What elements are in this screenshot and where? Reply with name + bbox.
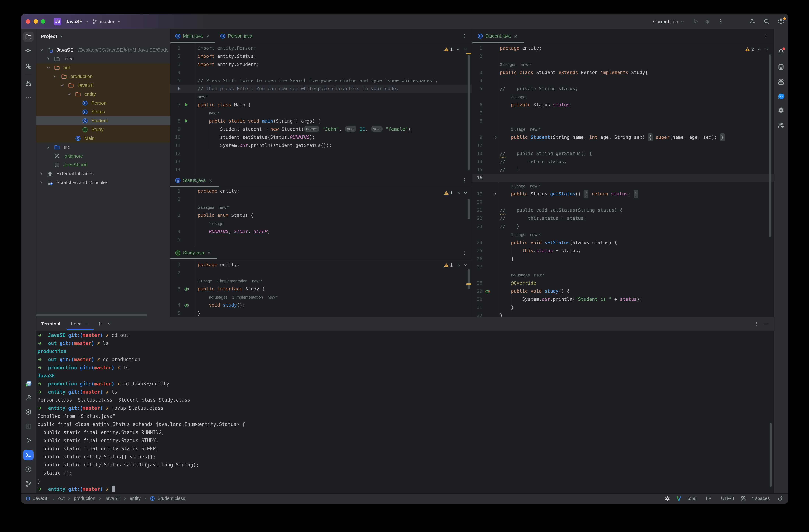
scrollbar-terminal[interactable] [770, 423, 772, 487]
run-gutter-icon[interactable] [184, 118, 189, 123]
minimize-button[interactable] [33, 19, 38, 23]
more-tool-button[interactable] [23, 93, 34, 103]
impl-up-icon[interactable] [485, 289, 490, 294]
plugin-mascot-tool-button[interactable] [23, 378, 34, 389]
run-button[interactable] [691, 17, 700, 26]
tab-main-java[interactable]: CMain.java [170, 29, 215, 44]
tab-bar-menu[interactable] [462, 250, 467, 256]
terminal-hide-button[interactable] [762, 320, 769, 327]
zoom-button[interactable] [41, 19, 46, 23]
brackets-plugin-tool-button[interactable] [23, 421, 34, 431]
tab-status-java[interactable]: EStatus.java [170, 174, 220, 187]
settings-button[interactable] [776, 17, 786, 26]
inspections-widget[interactable]: 1 [444, 261, 468, 269]
tree-item-javaseiml[interactable]: JavaSE.iml [36, 160, 170, 169]
tree-item-production[interactable]: production [36, 72, 170, 81]
tree-item-src[interactable]: src [36, 143, 170, 152]
readonly-status-icon[interactable] [778, 496, 783, 501]
problems-tool-button[interactable] [23, 464, 34, 475]
editor-group-study[interactable]: IStudy.java1package entity;21 usage 1 im… [170, 246, 472, 317]
run-gutter-icon[interactable] [184, 102, 189, 107]
impl-down-icon[interactable] [184, 286, 190, 292]
tree-item-idea[interactable]: .idea [36, 54, 170, 63]
tab-close-icon[interactable] [513, 34, 518, 38]
commit-tool-button[interactable] [23, 45, 34, 56]
tab-study-java[interactable]: IStudy.java [170, 246, 217, 259]
prev-warning-icon[interactable] [455, 190, 461, 195]
terminal-new-tab-button[interactable] [96, 320, 103, 327]
scrollbar-student[interactable] [769, 54, 771, 237]
code-with-me-tool-button[interactable] [776, 120, 786, 130]
version-control-tool-button[interactable] [23, 479, 34, 489]
tree-item-javase[interactable]: JavaSE ~/Desktop/CS/JavaSE基础/1 Java SE/C… [36, 46, 170, 54]
editor-group-status[interactable]: EStatus.java1package entity;25 usages ne… [170, 174, 472, 246]
tab-person-java[interactable]: CPerson.java [215, 29, 257, 44]
breadcrumb-item[interactable]: JavaSE [105, 496, 120, 501]
tab-student-java[interactable]: CStudent.java [472, 29, 524, 44]
scrollbar-study[interactable] [468, 269, 470, 289]
tree-item-gitignore[interactable]: .gitignore [36, 152, 170, 160]
scrollbar-main[interactable] [468, 55, 470, 170]
project-hscrollbar[interactable] [36, 314, 147, 316]
more-actions-button[interactable] [716, 17, 725, 26]
tab-bar-menu[interactable] [462, 33, 467, 39]
next-warning-icon[interactable] [764, 47, 769, 52]
terminal-tab-local[interactable]: Local [71, 317, 90, 331]
prev-warning-icon[interactable] [455, 262, 461, 268]
tree-item-study[interactable]: IStudy [36, 125, 170, 134]
breadcrumb-item[interactable]: Student.class [158, 496, 185, 501]
search-everywhere-button[interactable] [762, 17, 771, 26]
branch-widget[interactable]: master [92, 14, 121, 29]
close-button[interactable] [26, 19, 30, 23]
terminal-options-button[interactable] [752, 320, 760, 327]
terminal-tab-close-icon[interactable] [85, 322, 90, 326]
v-plugin-status-icon[interactable] [676, 496, 682, 501]
ai-assistant-tool-button[interactable] [776, 77, 786, 87]
tab-bar-menu[interactable] [763, 33, 769, 39]
terminal-tool-button[interactable] [23, 450, 34, 460]
openai-tool-button[interactable] [776, 105, 786, 115]
run-tool-button[interactable] [23, 435, 34, 445]
terminal-panel[interactable]: TerminalLocal JavaSE git:(master) ✗ cd o… [36, 317, 773, 493]
tab-close-icon[interactable] [207, 250, 211, 255]
next-warning-icon[interactable] [463, 47, 468, 52]
run-config-selector[interactable]: Current File [653, 19, 685, 24]
tree-item-person[interactable]: CPerson [36, 99, 170, 107]
editor-group-main[interactable]: CMain.javaCPerson.java1import entity.Per… [170, 29, 472, 174]
splitter-project-editor[interactable] [170, 29, 171, 317]
splitter-editors[interactable] [472, 29, 472, 317]
project-widget[interactable]: JavaSE [66, 14, 89, 29]
tree-item-main[interactable]: CMain [36, 134, 170, 143]
inspections-widget[interactable]: 1 [444, 46, 468, 53]
notifications-tool-button[interactable] [776, 47, 786, 57]
breadcrumb-item[interactable]: out [58, 496, 65, 501]
tab-close-icon[interactable] [205, 34, 210, 38]
debug-button[interactable] [702, 17, 712, 26]
editor-group-student[interactable]: CStudent.java1package entity;23 usages n… [472, 29, 773, 317]
services-tool-button[interactable] [23, 407, 34, 417]
pull-requests-tool-button[interactable]: ? [23, 61, 34, 71]
tree-item-entity[interactable]: entity [36, 90, 170, 99]
tree-item-scratchesandconsoles[interactable]: Scratches and Consoles [36, 178, 170, 187]
prev-warning-icon[interactable] [455, 47, 461, 52]
indent-widget[interactable]: 4 spaces [751, 496, 770, 501]
breadcrumb-item[interactable]: production [74, 496, 96, 501]
next-warning-icon[interactable] [463, 262, 468, 268]
prev-warning-icon[interactable] [757, 47, 762, 52]
impl-down-icon[interactable] [184, 303, 190, 308]
tab-close-icon[interactable] [208, 178, 213, 183]
tree-item-student[interactable]: CStudent [36, 116, 170, 125]
breadcrumb-item[interactable]: JavaSE [33, 496, 49, 501]
terminal-tab-dropdown[interactable] [106, 320, 113, 327]
tree-item-out[interactable]: out [36, 63, 170, 72]
tree-item-javase[interactable]: JavaSE [36, 81, 170, 90]
fold-icon[interactable] [493, 191, 498, 197]
inspections-widget[interactable]: 2 [745, 46, 769, 53]
project-panel-header[interactable]: Project [36, 29, 170, 44]
tree-item-externallibraries[interactable]: External Libraries [36, 169, 170, 178]
openai-status-icon[interactable] [665, 496, 670, 501]
chat-tool-button[interactable] [776, 91, 786, 101]
fold-icon[interactable] [493, 135, 498, 140]
code-with-me-users-button[interactable] [747, 17, 757, 26]
copilot-status-icon[interactable] [741, 496, 746, 501]
